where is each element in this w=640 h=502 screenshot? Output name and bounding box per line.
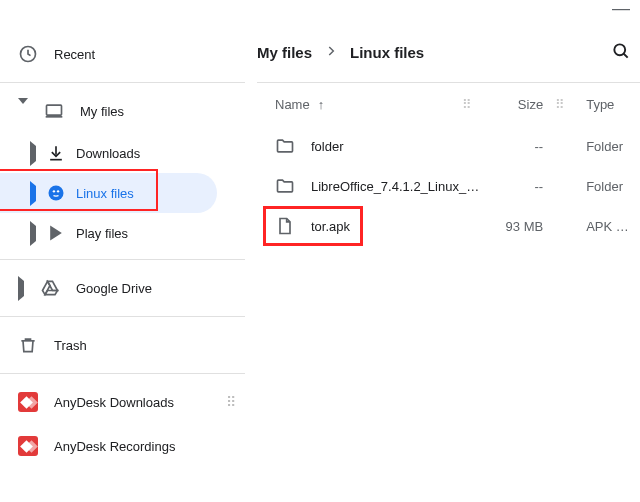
sidebar-item-playfiles[interactable]: Play files (0, 213, 245, 253)
search-icon[interactable] (611, 41, 631, 64)
sidebar-label: Play files (76, 226, 128, 241)
chevron-right-icon (30, 186, 36, 201)
chevron-right-icon (30, 146, 36, 161)
linux-icon (46, 183, 66, 203)
play-store-icon (46, 223, 66, 243)
file-name: LibreOffice_7.4.1.2_Linux_… (297, 179, 479, 194)
svg-point-2 (49, 186, 64, 201)
google-drive-icon (40, 278, 60, 298)
divider (0, 316, 245, 317)
file-name: folder (297, 139, 479, 154)
column-headers: Name ↑ ⠿ Size ⠿ Type ⠿ (257, 83, 640, 126)
divider (0, 82, 245, 83)
sidebar-item-recent[interactable]: Recent (0, 32, 245, 76)
trash-icon (18, 335, 38, 355)
sidebar-item-anydesk-recordings[interactable]: AnyDesk Recordings (0, 424, 245, 468)
folder-icon (273, 136, 297, 156)
anydesk-icon (18, 436, 38, 456)
svg-rect-1 (47, 105, 62, 115)
file-list: folder--⠿Folder⠿LibreOffice_7.4.1.2_Linu… (257, 126, 640, 246)
file-icon (273, 216, 297, 236)
chevron-right-icon (18, 281, 24, 296)
sidebar-label: AnyDesk Recordings (54, 439, 175, 454)
device-icon (44, 101, 64, 121)
download-icon (46, 143, 66, 163)
main-panel: My files Linux files Name ↑ ⠿ (245, 14, 640, 502)
breadcrumb-root[interactable]: My files (257, 44, 312, 61)
file-row[interactable]: tor.apk93 MB⠿APK …⠿ (257, 206, 640, 246)
sidebar-item-gdrive[interactable]: Google Drive (0, 266, 245, 310)
sidebar-label: Downloads (76, 146, 140, 161)
file-type: Folder (572, 139, 640, 154)
sidebar-item-myfiles[interactable]: My files (0, 89, 245, 133)
sort-ascending-icon[interactable]: ↑ (318, 97, 325, 112)
file-size: -- (479, 179, 549, 194)
breadcrumb: My files Linux files (257, 44, 424, 61)
sidebar-label: Linux files (76, 186, 134, 201)
file-size: 93 MB (479, 219, 549, 234)
chevron-right-icon (324, 44, 338, 61)
divider (0, 259, 245, 260)
divider (0, 373, 245, 374)
sidebar-label: Trash (54, 338, 87, 353)
file-type: Folder (572, 179, 640, 194)
drag-handle-icon[interactable]: ⠿ (226, 399, 237, 405)
column-resize-handle[interactable]: ⠿ (456, 102, 479, 107)
sidebar-label: AnyDesk Downloads (54, 395, 174, 410)
file-row[interactable]: folder--⠿Folder⠿ (257, 126, 640, 166)
svg-point-3 (53, 190, 55, 192)
svg-point-4 (57, 190, 59, 192)
file-type: APK … (572, 219, 640, 234)
chevron-down-icon (18, 104, 28, 119)
clock-icon (18, 44, 38, 64)
sidebar-item-downloads[interactable]: Downloads (0, 133, 245, 173)
file-name: tor.apk (297, 219, 479, 234)
anydesk-icon (18, 392, 38, 412)
column-name[interactable]: Name (275, 97, 310, 112)
sidebar: Recent My files Downloads Linux files (0, 14, 245, 502)
breadcrumb-current[interactable]: Linux files (350, 44, 424, 61)
sidebar-label: Google Drive (76, 281, 152, 296)
chevron-right-icon (30, 226, 36, 241)
sidebar-label: My files (80, 104, 124, 119)
file-row[interactable]: LibreOffice_7.4.1.2_Linux_…--⠿Folder⠿ (257, 166, 640, 206)
sidebar-item-linux[interactable]: Linux files (0, 173, 217, 213)
folder-icon (273, 176, 297, 196)
column-type[interactable]: Type (572, 97, 640, 112)
file-size: -- (479, 139, 549, 154)
column-resize-handle[interactable]: ⠿ (549, 102, 572, 107)
sidebar-label: Recent (54, 47, 95, 62)
sidebar-item-trash[interactable]: Trash (0, 323, 245, 367)
column-size[interactable]: Size (479, 97, 549, 112)
sidebar-item-anydesk-downloads[interactable]: AnyDesk Downloads (0, 380, 245, 424)
